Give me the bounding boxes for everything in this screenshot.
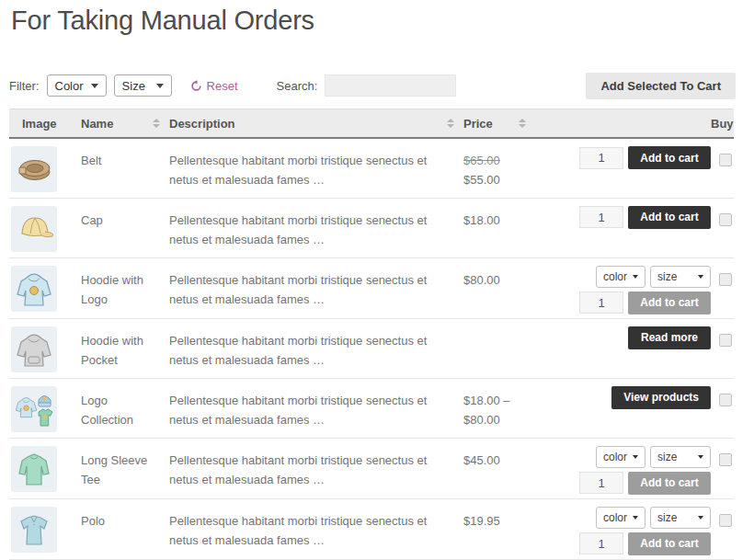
- chevron-down-icon: [633, 455, 638, 459]
- buy-checkbox[interactable]: [719, 213, 732, 226]
- chevron-down-icon: [633, 516, 638, 520]
- color-filter-select[interactable]: Color: [47, 74, 107, 97]
- column-header-description-label: Description: [169, 117, 235, 131]
- sale-old-price: $65.00: [463, 151, 535, 170]
- product-image[interactable]: [11, 146, 57, 192]
- size-option-select[interactable]: size: [650, 446, 711, 468]
- product-controls: Add to cart: [535, 198, 711, 257]
- column-header-name-label: Name: [81, 117, 113, 131]
- size-option-value: size: [657, 270, 677, 283]
- buy-checkbox[interactable]: [719, 394, 732, 406]
- product-name: Hoodie with Logo: [81, 257, 169, 318]
- sort-arrows-icon: [519, 119, 526, 128]
- table-row: Long Sleeve Tee Pellentesque habitant mo…: [9, 438, 734, 498]
- product-price: $80.00: [463, 257, 535, 318]
- product-price: $45.00: [463, 438, 535, 498]
- add-to-cart-button[interactable]: Add to cart: [628, 206, 711, 229]
- column-header-image: Image: [9, 109, 81, 139]
- size-option-select[interactable]: size: [650, 266, 711, 288]
- add-to-cart-button[interactable]: Add to cart: [628, 472, 711, 495]
- column-header-name[interactable]: Name: [81, 109, 169, 139]
- product-price: [463, 318, 535, 378]
- product-image[interactable]: [11, 266, 57, 312]
- buy-checkbox[interactable]: [719, 334, 732, 347]
- product-image[interactable]: [11, 446, 57, 492]
- add-to-cart-button[interactable]: Add to cart: [628, 146, 711, 169]
- size-filter-select[interactable]: Size: [114, 74, 172, 97]
- chevron-down-icon: [698, 516, 703, 520]
- quantity-and-add-row: Add to cart: [535, 206, 711, 229]
- product-name: Hoodie with Pocket: [81, 318, 169, 378]
- size-filter-value: Size: [122, 79, 145, 93]
- column-header-controls: [535, 109, 711, 139]
- table-row: Hoodie with Logo Pellentesque habitant m…: [9, 257, 734, 318]
- chevron-down-icon: [698, 275, 703, 279]
- product-controls: Add to cart: [535, 138, 711, 198]
- column-header-description[interactable]: Description: [169, 109, 463, 139]
- product-name: Cap: [81, 198, 169, 257]
- variation-selects-row: colorsize: [535, 507, 711, 529]
- size-option-select[interactable]: size: [650, 507, 711, 529]
- read-more-button[interactable]: Read more: [628, 326, 711, 349]
- buy-checkbox[interactable]: [719, 154, 732, 166]
- price-amount: $45.00: [463, 451, 535, 470]
- add-to-cart-button[interactable]: Add to cart: [628, 532, 711, 555]
- product-controls: colorsizeAdd to cart: [535, 257, 711, 318]
- quantity-input[interactable]: [579, 206, 623, 228]
- product-price: $65.00$55.00: [463, 138, 535, 198]
- buy-checkbox[interactable]: [719, 514, 732, 527]
- color-option-value: color: [603, 270, 627, 283]
- table-row: Hoodie with Pocket Pellentesque habitant…: [9, 318, 734, 378]
- action-button-row: View products: [535, 386, 711, 409]
- product-table-page: For Taking Manual Orders Filter: Color S…: [0, 4, 754, 560]
- variation-selects-row: colorsize: [535, 266, 711, 288]
- color-option-select[interactable]: color: [596, 507, 645, 529]
- color-option-select[interactable]: color: [596, 446, 645, 468]
- price-amount: $80.00: [463, 410, 535, 429]
- product-image[interactable]: [11, 507, 57, 553]
- quantity-input[interactable]: [579, 291, 623, 314]
- long-sleeve-tee-thumbnail: [11, 446, 57, 492]
- buy-checkbox[interactable]: [719, 453, 732, 466]
- filter-label: Filter:: [9, 79, 40, 93]
- sort-arrows-icon: [153, 119, 160, 128]
- toolbar: Filter: Color Size Reset Search: Add Sel…: [9, 74, 736, 97]
- product-name: Polo: [81, 498, 169, 559]
- table-row: Cap Pellentesque habitant morbi tristiqu…: [9, 198, 734, 257]
- product-price: $19.95: [463, 498, 535, 559]
- quantity-input[interactable]: [579, 532, 623, 554]
- hoodie-logo-thumbnail: [11, 266, 57, 312]
- add-to-cart-button[interactable]: Add to cart: [628, 291, 711, 314]
- chevron-down-icon: [156, 84, 164, 88]
- reset-button[interactable]: Reset: [190, 79, 238, 93]
- hoodie-pocket-thumbnail: [11, 326, 57, 372]
- product-table-body: Belt Pellentesque habitant morbi tristiq…: [9, 138, 734, 559]
- product-image[interactable]: [11, 386, 57, 432]
- product-controls: View products: [535, 378, 711, 438]
- search-input[interactable]: [325, 74, 456, 97]
- product-controls: colorsizeAdd to cart: [535, 438, 711, 498]
- chevron-down-icon: [633, 275, 638, 279]
- product-image[interactable]: [11, 326, 57, 372]
- product-description: Pellentesque habitant morbi tristique se…: [169, 138, 463, 198]
- quantity-input[interactable]: [579, 147, 623, 169]
- view-products-button[interactable]: View products: [611, 386, 711, 409]
- buy-checkbox[interactable]: [719, 273, 732, 286]
- column-header-buy: Buy: [711, 109, 734, 139]
- product-description: Pellentesque habitant morbi tristique se…: [169, 318, 463, 378]
- cap-thumbnail: [11, 206, 57, 252]
- product-price: $18.00: [463, 198, 535, 257]
- product-controls: Read more: [535, 318, 711, 378]
- logo-collection-thumbnail: [11, 386, 57, 432]
- color-option-select[interactable]: color: [596, 266, 645, 288]
- sort-arrows-icon: [447, 119, 454, 128]
- color-option-value: color: [603, 511, 627, 524]
- product-description: Pellentesque habitant morbi tristique se…: [169, 198, 463, 257]
- table-row: Belt Pellentesque habitant morbi tristiq…: [9, 138, 734, 198]
- add-selected-to-cart-button[interactable]: Add Selected To Cart: [586, 73, 736, 99]
- column-header-price[interactable]: Price: [463, 109, 535, 139]
- product-image[interactable]: [11, 206, 57, 252]
- table-row: Logo Collection Pellentesque habitant mo…: [9, 378, 734, 438]
- price-amount: $19.95: [463, 511, 535, 531]
- quantity-input[interactable]: [579, 472, 623, 494]
